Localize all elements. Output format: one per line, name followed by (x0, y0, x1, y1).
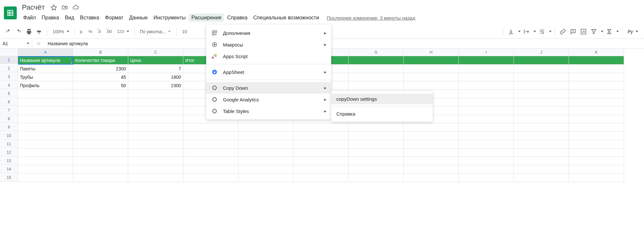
row-header[interactable]: 6 (0, 98, 18, 106)
menu-appsheet[interactable]: AppSheet ▸ (206, 66, 331, 78)
cell[interactable] (514, 90, 569, 98)
cell[interactable] (514, 65, 569, 73)
cell[interactable] (459, 140, 514, 149)
cell[interactable] (459, 165, 514, 174)
cell[interactable] (18, 115, 73, 123)
cell[interactable] (18, 98, 73, 107)
print-button[interactable] (24, 27, 34, 36)
cell[interactable] (73, 90, 128, 98)
number-format-dropdown[interactable]: 123 (115, 29, 131, 34)
cell[interactable] (349, 140, 404, 149)
font-size-dropdown[interactable]: 10 (180, 29, 189, 34)
cell[interactable] (349, 157, 404, 165)
cell[interactable] (183, 165, 238, 174)
menu-extensions[interactable]: Расширения (189, 14, 224, 22)
cell[interactable] (404, 132, 459, 140)
undo-button[interactable] (4, 27, 13, 36)
cell[interactable] (349, 73, 404, 81)
cell[interactable] (183, 132, 238, 140)
cell[interactable] (569, 174, 624, 182)
zoom-dropdown[interactable]: 100% (51, 29, 71, 34)
paint-format-button[interactable] (35, 27, 44, 36)
cell[interactable] (349, 149, 404, 157)
cell[interactable]: 1800 (128, 73, 183, 81)
cell[interactable] (569, 140, 624, 149)
cell[interactable] (128, 123, 183, 132)
chart-button[interactable] (579, 27, 588, 36)
cell[interactable] (73, 132, 128, 140)
cell[interactable] (459, 123, 514, 132)
halign-button[interactable] (522, 27, 531, 36)
cell[interactable] (404, 174, 459, 182)
cell[interactable] (514, 81, 569, 90)
col-header[interactable]: I (459, 48, 514, 56)
cell[interactable] (183, 149, 238, 157)
cell[interactable] (18, 165, 73, 174)
cell[interactable] (349, 65, 404, 73)
cell[interactable] (569, 157, 624, 165)
row-header[interactable]: 8 (0, 115, 18, 123)
cell[interactable] (404, 157, 459, 165)
cell[interactable]: 50 (73, 81, 128, 90)
formula-input[interactable]: Название артикула (45, 41, 644, 46)
cell[interactable] (293, 165, 349, 174)
cell[interactable] (73, 123, 128, 132)
row-header[interactable]: 13 (0, 157, 18, 165)
menu-help[interactable]: Справка (225, 14, 250, 22)
menu-file[interactable]: Файл (21, 14, 38, 22)
cell[interactable] (569, 165, 624, 174)
cell[interactable]: Название артикула (18, 56, 73, 65)
cell[interactable] (349, 132, 404, 140)
cell[interactable] (459, 132, 514, 140)
cell[interactable] (183, 174, 238, 182)
cell[interactable]: 2300 (73, 65, 128, 73)
cell[interactable] (293, 132, 349, 140)
font-dropdown[interactable]: По умолча... (138, 29, 173, 34)
currency-button[interactable]: р. (78, 29, 85, 34)
cell[interactable] (293, 149, 349, 157)
col-header[interactable]: J (514, 48, 569, 56)
increase-decimal-button[interactable]: .00→ (104, 29, 114, 34)
cell[interactable] (404, 73, 459, 81)
cell[interactable] (18, 149, 73, 157)
cell[interactable] (73, 140, 128, 149)
cell[interactable] (459, 174, 514, 182)
cell[interactable] (404, 56, 459, 65)
cell[interactable] (128, 165, 183, 174)
row-header[interactable]: 5 (0, 90, 18, 98)
cell[interactable] (459, 115, 514, 123)
menu-apps-script[interactable]: Apps Script (206, 50, 331, 62)
row-header[interactable]: 11 (0, 140, 18, 148)
cell[interactable] (514, 123, 569, 132)
menu-addons[interactable]: Дополнения ▸ (206, 27, 331, 39)
last-edit-link[interactable]: Последнее изменение: 3 минуты назад (327, 15, 415, 21)
cell[interactable] (569, 73, 624, 81)
cell[interactable] (459, 81, 514, 90)
redo-button[interactable] (14, 27, 23, 36)
menu-tools[interactable]: Инструменты (151, 14, 188, 22)
menu-insert[interactable]: Вставка (77, 14, 101, 22)
cell[interactable]: Цена (128, 56, 183, 65)
cell[interactable] (514, 73, 569, 81)
valign-button[interactable] (506, 27, 515, 36)
cell[interactable]: Трубы (18, 73, 73, 81)
percent-button[interactable]: % (87, 29, 94, 34)
cell[interactable] (73, 115, 128, 123)
cell[interactable] (514, 115, 569, 123)
cell[interactable] (349, 123, 404, 132)
move-icon[interactable] (62, 4, 68, 11)
cell[interactable] (404, 123, 459, 132)
submenu-copydown-settings[interactable]: copyDown settings (331, 94, 433, 104)
cell[interactable] (238, 132, 293, 140)
col-header[interactable]: G (349, 48, 404, 56)
cell[interactable] (18, 157, 73, 165)
cell[interactable] (514, 107, 569, 115)
link-button[interactable] (558, 27, 567, 36)
cell[interactable] (128, 157, 183, 165)
col-header[interactable]: B (73, 48, 128, 56)
cell[interactable] (514, 174, 569, 182)
cell[interactable] (293, 140, 349, 149)
comment-button[interactable] (569, 27, 578, 36)
cell[interactable] (514, 149, 569, 157)
select-all-corner[interactable] (0, 48, 18, 56)
